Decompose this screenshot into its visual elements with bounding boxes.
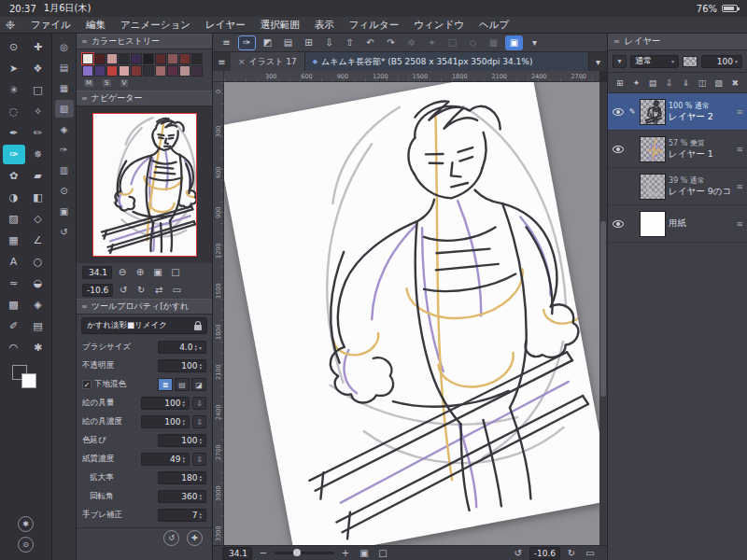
navigator-preview[interactable] (77, 106, 212, 263)
tool-operate[interactable]: ➤ (3, 59, 25, 78)
tool-decoration[interactable]: ✿ (3, 166, 25, 186)
spinner-icon[interactable]: ▴ ▾ (199, 362, 202, 371)
menu-animation[interactable]: アニメーション (114, 18, 197, 33)
spinner-icon[interactable]: ▴ ▾ (182, 399, 185, 408)
color-swatch[interactable] (94, 65, 106, 77)
tool-select-pen[interactable]: ✐ (3, 316, 25, 336)
layer-handle-icon[interactable]: ≡ (736, 219, 743, 229)
blend-option-icon[interactable]: ◪ (191, 378, 206, 391)
snap-ruler-icon[interactable]: ✲ (402, 35, 420, 50)
menu-selection[interactable]: 選択範囲 (254, 18, 306, 33)
spinner-icon[interactable]: ▴ ▾ (182, 455, 185, 464)
tool-figure[interactable]: ◇ (27, 209, 49, 229)
dock-color-history-icon[interactable]: ▧ (55, 100, 74, 118)
layer-row[interactable]: 39 % 通常レイヤー 9のコピー≡ (608, 168, 747, 205)
spinner-icon[interactable]: ▴ ▾ (199, 511, 202, 520)
blend-option-icon[interactable]: ▤ (175, 378, 190, 391)
rotate-cw-icon[interactable]: ↻ (564, 546, 579, 560)
transfer-down-icon[interactable]: ⇩ (662, 76, 677, 91)
close-tab-icon[interactable]: × (238, 57, 246, 66)
zoom-value[interactable]: 34.1 (222, 547, 252, 560)
tool-warp[interactable]: ◠ (3, 338, 25, 357)
tool-ruler[interactable]: ∠ (27, 231, 49, 250)
tool-pencil[interactable]: ✏ (27, 123, 49, 143)
tool-grid[interactable]: ▩ (3, 295, 25, 315)
tool-airbrush[interactable]: ✵ (27, 145, 49, 164)
property-value-opacity[interactable]: 100▴ ▾ (158, 359, 206, 372)
tool-text[interactable]: A (3, 252, 25, 272)
new-canvas-icon[interactable]: ⊞ (300, 35, 317, 50)
save-icon[interactable]: ⇩ (320, 35, 338, 50)
new-layer-icon[interactable]: ⊞ (613, 76, 627, 91)
tool-frame[interactable]: ▦ (3, 231, 25, 250)
layer-palette-options-icon[interactable]: ▾ (613, 55, 627, 68)
subtool-detail-icon[interactable]: ✚ (187, 530, 203, 546)
layer-row[interactable]: ✎100 % 通常レイヤー 2≡ (608, 93, 747, 131)
spinner-icon[interactable]: ▴ ▾ (199, 493, 202, 501)
color-swatch[interactable] (167, 53, 178, 64)
property-value-brush-size[interactable]: 4.0▴ ▾▾ (158, 341, 206, 354)
selection-icon[interactable]: □ (444, 35, 461, 50)
tool-eraser[interactable]: ▰ (27, 166, 49, 186)
panel-menu-icon[interactable]: ≡ (81, 37, 88, 46)
dock-brush-size-icon[interactable]: ⊙ (55, 182, 74, 200)
dock-mixing-palette-icon[interactable]: ◈ (55, 120, 74, 138)
quick-access-icon[interactable]: ✱ (18, 516, 34, 532)
tool-fill[interactable]: ◧ (27, 188, 49, 207)
menu-filter[interactable]: フィルター (343, 18, 405, 33)
layer-handle-icon[interactable]: ≡ (736, 182, 743, 191)
menu-view[interactable]: 表示 (308, 18, 341, 33)
layer-mask-icon[interactable]: ◫ (695, 76, 710, 91)
zoom-slider-thumb[interactable] (293, 549, 301, 556)
nav-fit-screen-icon[interactable]: ▣ (150, 265, 165, 279)
strip-settings-icon[interactable]: ⊙ (18, 537, 34, 553)
app-logo-icon[interactable]: ❉ (6, 19, 15, 32)
toolbar-overflow-chevron-icon[interactable]: ▾ (526, 35, 543, 50)
dock-color-wheel-icon[interactable]: ◎ (55, 38, 74, 56)
color-swatch[interactable] (106, 65, 118, 77)
tool-move[interactable]: ✚ (27, 37, 49, 57)
tool-gradient[interactable]: ▨ (3, 209, 25, 229)
color-swatch[interactable] (131, 65, 142, 77)
tool-mesh[interactable]: ▤ (27, 316, 49, 336)
scrollbar-thumb[interactable] (600, 221, 606, 397)
spinner-icon[interactable]: ▴ ▾ (194, 343, 197, 352)
navigator-rotation-value[interactable]: -10.6 (82, 284, 113, 297)
property-value-rotate-angle[interactable]: 360▴ ▾ (158, 490, 206, 503)
color-swatch[interactable] (82, 65, 93, 77)
layer-handle-icon[interactable]: ≡ (736, 145, 743, 154)
color-swatch[interactable] (179, 53, 190, 64)
menu-layer[interactable]: レイヤー (199, 18, 252, 33)
tool-balloon[interactable]: ○ (27, 252, 49, 272)
tab-list-chevron-icon[interactable]: ▾ (589, 54, 607, 69)
property-value-paint-amount[interactable]: 100▴ ▾ (141, 397, 190, 410)
source-setting-icon[interactable]: ⇩ (192, 415, 206, 428)
dock-color-slider-icon[interactable]: ▤ (55, 59, 74, 77)
tool-gauge[interactable]: ◒ (27, 273, 49, 293)
navigator-zoom-value[interactable]: 34.1 (82, 266, 112, 279)
tool-brush[interactable]: ✑ (3, 145, 25, 164)
layer-row[interactable]: 57 % 乗算レイヤー 1≡ (608, 131, 747, 168)
dock-tool-property-icon[interactable]: ▥ (55, 161, 74, 179)
tool-auto-select[interactable]: ✳ (3, 80, 25, 100)
color-swatch[interactable] (106, 53, 118, 64)
eye-toggle[interactable] (612, 146, 625, 153)
merge-down-icon[interactable]: ⇓ (679, 76, 694, 91)
tool-eyedropper[interactable]: ✧ (27, 102, 49, 121)
brush-name-bar[interactable]: かすれ淡彩■リメイク (81, 317, 207, 334)
menu-window[interactable]: ウィンドウ (407, 18, 471, 33)
tool-symmetry[interactable]: ◈ (27, 295, 49, 315)
tool-blend[interactable]: ◑ (3, 188, 25, 207)
source-setting-icon[interactable]: ⇩ (192, 397, 206, 410)
undo-icon[interactable]: ↶ (361, 35, 379, 50)
color-chips[interactable] (12, 365, 40, 391)
tool-pen[interactable]: ✒ (3, 123, 25, 143)
rotate-ccw-icon[interactable]: ↺ (511, 546, 526, 560)
current-subtool-icon[interactable]: ✑ (238, 35, 256, 50)
document-tab[interactable]: ◆ ムキムキ長谷部* (B5 2508 x 3541px 350dpi 34.1… (305, 52, 589, 71)
menu-edit[interactable]: 編集 (79, 18, 112, 33)
dropdown-icon[interactable]: ▾ (199, 344, 202, 351)
current-color-icon[interactable]: ◩ (259, 35, 276, 50)
color-swatch[interactable] (82, 53, 93, 64)
palette-dock-menu-icon[interactable]: ≡ (218, 35, 235, 50)
